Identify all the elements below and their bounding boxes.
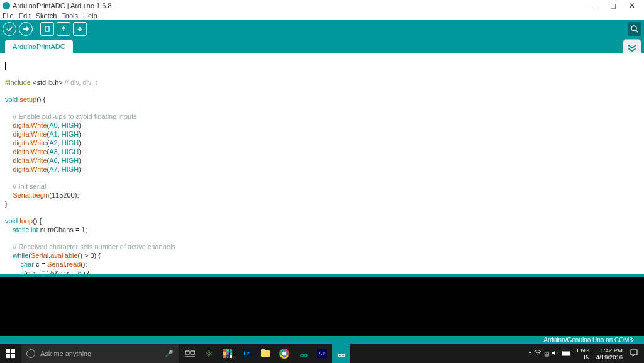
- menu-tools[interactable]: Tools: [62, 12, 78, 20]
- open-button[interactable]: [57, 22, 70, 36]
- verify-button[interactable]: [3, 22, 16, 36]
- mic-icon[interactable]: 🎤: [165, 350, 174, 358]
- taskbar-apps: ⚛ Lr Ae: [179, 344, 350, 363]
- windows-taskbar: Ask me anything 🎤 ⚛ Lr Ae ˄ ⊞ ENGIN 1:42…: [0, 344, 644, 363]
- svg-rect-22: [562, 352, 569, 355]
- code-editor[interactable]: #include <stdlib.h> // div, div_t void s…: [0, 53, 644, 274]
- system-tray: ˄ ⊞ ENGIN 1:42 PM4/19/2016: [350, 347, 644, 360]
- cortana-search[interactable]: Ask me anything 🎤: [21, 344, 179, 363]
- board-status: Arduino/Genuino Uno on COM3: [543, 337, 633, 343]
- svg-line-2: [636, 30, 638, 32]
- tray-notifications-icon[interactable]: [626, 349, 641, 358]
- tray-wifi-icon[interactable]: [534, 350, 541, 357]
- status-bar: Arduino/Genuino Uno on COM3: [0, 336, 644, 344]
- clock[interactable]: 1:42 PM4/19/2016: [596, 347, 623, 360]
- svg-rect-13: [223, 352, 226, 355]
- cortana-icon: [26, 349, 35, 358]
- app-file-explorer[interactable]: [257, 344, 274, 363]
- menu-sketch[interactable]: Sketch: [36, 12, 57, 20]
- menu-bar: File Edit Sketch Tools Help: [0, 11, 644, 20]
- svg-rect-20: [562, 351, 569, 356]
- tray-volume-icon[interactable]: [552, 350, 559, 357]
- svg-rect-0: [45, 26, 49, 31]
- tab-label: ArduinoPrintADC: [13, 43, 65, 50]
- new-button[interactable]: [40, 22, 54, 36]
- app-grid[interactable]: [219, 344, 236, 363]
- app-atom[interactable]: ⚛: [200, 344, 218, 363]
- svg-rect-5: [6, 354, 10, 358]
- menu-file[interactable]: File: [3, 12, 14, 20]
- toolbar: [0, 20, 644, 38]
- sketch-tab[interactable]: ArduinoPrintADC: [5, 40, 73, 53]
- menu-help[interactable]: Help: [83, 12, 97, 20]
- svg-rect-7: [185, 351, 189, 354]
- svg-point-1: [631, 26, 636, 31]
- upload-button[interactable]: [19, 22, 33, 36]
- svg-rect-14: [226, 352, 229, 355]
- svg-rect-10: [223, 349, 226, 352]
- arduino-app-icon: [3, 2, 10, 9]
- save-button[interactable]: [73, 22, 87, 36]
- svg-rect-11: [226, 349, 229, 352]
- tab-bar: ArduinoPrintADC: [0, 38, 644, 53]
- output-console: [0, 277, 644, 336]
- language-indicator[interactable]: ENGIN: [574, 347, 592, 360]
- svg-rect-18: [230, 355, 232, 358]
- task-view-button[interactable]: [181, 344, 199, 363]
- app-arduino-2[interactable]: [332, 344, 350, 363]
- svg-rect-4: [11, 349, 15, 353]
- app-arduino-1[interactable]: [294, 344, 312, 363]
- minimize-button[interactable]: —: [585, 1, 604, 10]
- window-title: ArduinoPrintADC | Arduino 1.6.8: [13, 2, 585, 9]
- app-lightroom[interactable]: Lr: [238, 344, 255, 363]
- tray-unknown-icon[interactable]: ⊞: [544, 350, 549, 357]
- menu-edit[interactable]: Edit: [19, 12, 31, 20]
- svg-rect-15: [230, 352, 232, 355]
- svg-rect-6: [11, 354, 15, 358]
- text-cursor: [5, 62, 6, 70]
- app-after-effects[interactable]: Ae: [313, 344, 331, 363]
- svg-rect-3: [6, 349, 10, 353]
- svg-rect-23: [631, 350, 637, 355]
- close-button[interactable]: ✕: [623, 1, 641, 10]
- app-chrome[interactable]: [275, 344, 293, 363]
- svg-rect-12: [230, 349, 232, 352]
- serial-monitor-button[interactable]: [628, 22, 641, 36]
- window-titlebar: ArduinoPrintADC | Arduino 1.6.8 — ◻ ✕: [0, 0, 644, 11]
- tray-battery-icon[interactable]: [562, 350, 570, 357]
- svg-rect-16: [223, 355, 226, 358]
- svg-rect-8: [191, 351, 195, 354]
- search-placeholder: Ask me anything: [40, 350, 91, 357]
- tray-chevron-icon[interactable]: ˄: [528, 350, 531, 357]
- svg-point-19: [537, 355, 538, 356]
- start-button[interactable]: [0, 344, 21, 363]
- svg-rect-21: [569, 352, 570, 355]
- maximize-button[interactable]: ◻: [604, 1, 623, 10]
- svg-rect-17: [226, 355, 229, 358]
